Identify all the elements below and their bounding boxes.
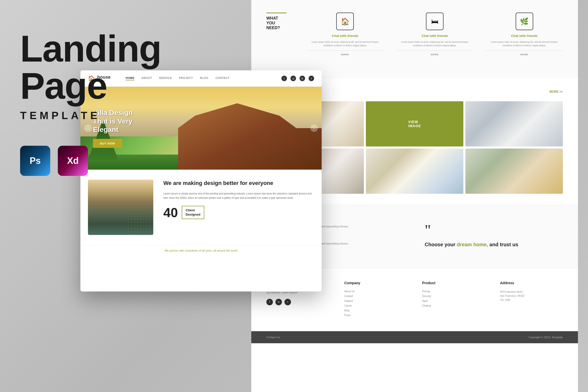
footer-company-col: Company About Us Contact Support Career … [344,281,407,319]
quote-highlight: dream home, [457,242,488,247]
service-title-2: Chat with friends [396,34,473,38]
service-more-1[interactable]: MORE [307,51,384,56]
facebook-icon[interactable]: f [281,76,287,81]
linkedin-icon[interactable]: in [300,76,305,81]
service-desc-3: Lorem ipsum dolor sit amet, adipiscing e… [486,40,563,47]
hero-next-arrow[interactable]: › [310,124,318,132]
footer-product-title: Product [422,281,485,285]
dots-decoration [128,210,153,235]
stats-box: 40 Client Designed [163,205,314,220]
service-more-2[interactable]: MORE [396,51,473,56]
stat-number: 40 [163,205,178,220]
quote-text: Choose your dream home, and trust us [425,241,555,248]
service-icon-2: 🛏 [426,13,444,30]
project-image-5[interactable] [366,149,463,194]
service-title-1: Chat with friends [307,34,384,38]
footer-link-blog[interactable]: Blog [344,309,407,312]
service-title-3: Chat with friends [486,34,563,38]
service-card-1: 🏠 Chat with friends Lorem ipsum dolor si… [307,13,384,56]
service-cards: 🏠 Chat with friends Lorem ipsum dolor si… [307,13,563,56]
social-icons: f ◎ in t [281,76,314,81]
footer-social-li[interactable]: in [275,299,282,305]
footer-address-text: 3674 Harrison Stcet, San Francisco, 9416… [500,290,563,302]
service-icon-1: 🏠 [336,13,354,30]
view-image-overlay: VIEWIMAGE [366,101,463,146]
project-image-3[interactable] [465,101,563,146]
nav-project[interactable]: PROJECT [179,76,193,80]
service-icon-3: 🌿 [516,13,533,30]
service-desc-2: Lorem ipsum dolor sit amet, adipiscing e… [396,40,473,47]
left-panel: Landing Page TEMPLATE [20,30,161,122]
footer-address-title: Address [500,281,563,285]
projects-more[interactable]: MORE >> [550,90,563,93]
services-header: WHAT YOU NEED? 🏠 Chat with friends Lorem… [266,13,563,56]
what-you-need-label: WHAT YOU NEED? [266,13,286,30]
nav-contact[interactable]: CONTACT [215,76,229,80]
footer-company-title: Company [344,281,407,285]
main-title: Landing Page [20,30,161,105]
hero-prev-arrow[interactable]: ‹ [84,124,92,132]
footer-address-col: Address 3674 Harrison Stcet, San Francis… [500,281,563,319]
service-more-3[interactable]: MORE [486,51,563,56]
quote-mark: " [425,224,555,236]
footer-product-col: Product Pricing Security Apps Chating [422,281,485,319]
xd-icon: Xd [58,146,88,176]
footer-copyright: Copyright © 2019, Template [529,336,563,339]
footer-link-press[interactable]: Press [344,314,407,317]
footer-link-about[interactable]: About Us [344,290,407,293]
footer-link-security[interactable]: Security [422,295,485,298]
template-label: TEMPLATE [20,110,161,122]
about-desc: Lorem Ipsum is simply dummy text of the … [163,191,314,200]
svg-rect-1 [128,210,153,235]
footer-bottom-bar: Contact Us Copyright © 2019, Template [251,331,578,343]
instagram-icon[interactable]: ◎ [290,76,296,81]
about-text: We are making design better for everyone… [163,180,314,220]
quote-box: " Choose your dream home, and trust us [417,216,563,256]
footer-social-fb[interactable]: f [266,299,273,305]
footer-tagline: We partner with companies of all sizes, … [80,245,322,256]
about-title: We are making design better for everyone [163,180,314,187]
buy-now-button[interactable]: BUY NOW [93,139,122,148]
nav-blog[interactable]: BLOG [200,76,209,80]
footer-link-chating[interactable]: Chating [422,304,485,307]
about-image [88,180,153,235]
service-card-2: 🛏 Chat with friends Lorem ipsum dolor si… [396,13,473,56]
stat-label-box: Client Designed [182,206,205,219]
project-image-2[interactable]: VIEWIMAGE [366,101,463,146]
footer-link-pricing[interactable]: Pricing [422,290,485,293]
footer-link-apps[interactable]: Apps [422,300,485,302]
services-section: WHAT YOU NEED? 🏠 Chat with friends Lorem… [251,0,578,78]
footer-link-support[interactable]: Support [344,300,407,302]
view-image-label: VIEWIMAGE [408,120,421,128]
stat-label: Client Designed [186,208,201,217]
about-section: We are making design better for everyone… [80,170,322,245]
software-icons: Ps Xd [20,146,88,176]
photoshop-icon: Ps [20,146,50,176]
service-card-3: 🌿 Chat with friends Lorem ipsum dolor si… [486,13,563,56]
twitter-icon[interactable]: t [309,76,314,81]
footer-link-career[interactable]: Career [344,304,407,307]
service-desc-1: Lorem ipsum dolor sit amet, adipiscing e… [307,40,384,47]
footer-link-contact[interactable]: Contact [344,295,407,298]
footer-contact-label[interactable]: Contact Us [266,336,280,339]
footer-social-tw[interactable]: t [284,299,291,305]
project-image-6[interactable] [465,149,563,194]
